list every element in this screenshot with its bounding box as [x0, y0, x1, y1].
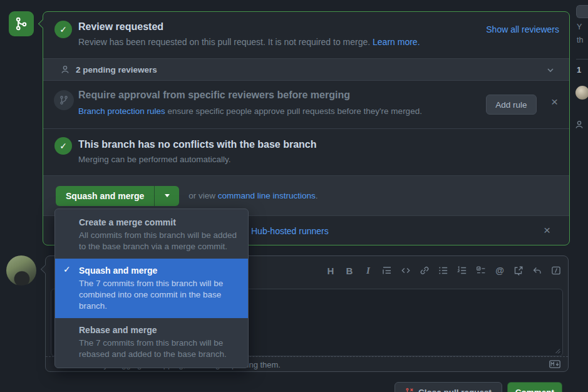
section-no-conflicts: ✓ This branch has no conflicts with the …	[43, 128, 569, 175]
dismiss-protection-icon[interactable]: ×	[551, 96, 558, 108]
unordered-list-icon[interactable]	[438, 261, 449, 280]
sidebar-avatar[interactable]	[575, 86, 588, 100]
git-merge-icon	[14, 17, 28, 31]
pull-request-page: ✓ Review requested Show all reviewers Re…	[0, 0, 588, 392]
pending-reviewers-row[interactable]: 2 pending reviewers	[43, 58, 569, 81]
comment-box-notch	[41, 265, 49, 274]
protection-desc-text: ensure specific people approve pull requ…	[165, 106, 422, 116]
markdown-toolbar: H B I @	[325, 261, 562, 280]
comment-button[interactable]: Comment	[507, 382, 562, 392]
reply-icon[interactable]	[532, 261, 543, 280]
markdown-supported-icon	[549, 360, 560, 368]
dropdown-item-title: Rebase and merge	[79, 324, 239, 336]
add-rule-button[interactable]: Add rule	[486, 95, 537, 115]
code-icon[interactable]	[400, 261, 411, 280]
caret-down-icon	[165, 194, 170, 197]
section-branch-protection: Require approval from specific reviewers…	[43, 81, 569, 128]
heading-icon[interactable]: H	[325, 261, 336, 280]
user-avatar	[6, 255, 36, 286]
sidebar-count-fragment: 1	[577, 65, 581, 75]
slash-command-icon[interactable]	[550, 261, 562, 280]
cross-reference-icon[interactable]	[513, 261, 524, 280]
squash-and-merge-button[interactable]: Squash and merge	[56, 186, 154, 206]
dropdown-item-desc: The 7 commits from this branch will be r…	[79, 338, 239, 360]
review-requested-desc: Review has been requested on this pull r…	[78, 37, 420, 47]
conflicts-check-icon: ✓	[54, 137, 72, 155]
or-view-text: or view command line instructions.	[188, 191, 317, 200]
resize-grip[interactable]	[554, 348, 560, 354]
close-pull-request-button[interactable]: Close pull request	[395, 382, 502, 392]
no-conflicts-title: This branch has no conflicts with the ba…	[78, 139, 317, 150]
review-check-icon: ✓	[54, 21, 72, 38]
or-view-period: .	[316, 191, 318, 200]
or-view-prefix: or view	[188, 191, 218, 200]
dropdown-item-create-merge-commit[interactable]: Create a merge commit All commits from t…	[55, 210, 248, 259]
git-branch-icon	[59, 95, 69, 105]
dropdown-item-rebase-and-merge[interactable]: Rebase and merge The 7 commits from this…	[55, 318, 248, 366]
italic-icon[interactable]: I	[363, 261, 374, 280]
merge-options-caret-button[interactable]	[154, 186, 179, 206]
ordered-list-icon[interactable]	[456, 261, 468, 280]
git-merge-timeline-icon	[9, 11, 34, 36]
merge-options-dropdown: Create a merge commit All commits from t…	[54, 209, 249, 368]
hosted-runners-link[interactable]: Hub-hosted runners	[251, 226, 329, 236]
review-requested-title: Review requested	[78, 21, 163, 33]
dropdown-item-desc: All commits from this branch will be add…	[79, 230, 239, 252]
review-desc-text: Review has been requested on this pull r…	[78, 37, 373, 47]
protection-title: Require approval from specific reviewers…	[78, 90, 350, 101]
dismiss-banner-icon[interactable]: ×	[544, 224, 550, 236]
comment-label: Comment	[515, 388, 554, 392]
branch-protection-rules-link[interactable]: Branch protection rules	[78, 106, 165, 116]
close-pr-label: Close pull request	[418, 388, 492, 392]
sidebar-text-fragment: Y	[577, 23, 582, 31]
person-icon	[60, 64, 70, 75]
bold-icon[interactable]: B	[344, 261, 355, 280]
check-icon: ✓	[63, 264, 71, 274]
dropdown-item-title: Squash and merge	[79, 264, 239, 277]
quote-icon[interactable]	[381, 261, 393, 280]
sidebar-partial-icon	[574, 120, 584, 130]
dropdown-item-title: Create a merge commit	[79, 216, 239, 229]
mention-icon[interactable]: @	[494, 261, 505, 280]
pr-closed-icon	[405, 388, 414, 392]
dropdown-item-desc: The 7 commits from this branch will be c…	[79, 278, 239, 312]
protection-desc: Branch protection rules ensure specific …	[78, 106, 422, 116]
pending-reviewers-label: 2 pending reviewers	[76, 65, 157, 75]
git-branch-circle-icon	[54, 90, 74, 110]
learn-more-link[interactable]: Learn more.	[373, 37, 420, 47]
link-icon[interactable]	[419, 261, 430, 280]
tasklist-icon[interactable]	[475, 261, 487, 280]
section-review-requested: ✓ Review requested Show all reviewers Re…	[43, 12, 569, 58]
show-all-reviewers-link[interactable]: Show all reviewers	[486, 24, 559, 34]
sidebar-button-fragment[interactable]	[576, 5, 588, 18]
no-conflicts-desc: Merging can be performed automatically.	[78, 155, 231, 164]
sidebar-text-fragment: th	[577, 36, 583, 44]
sidebar-divider	[576, 59, 588, 59]
squash-merge-button-group: Squash and merge	[56, 186, 179, 206]
dropdown-item-squash-and-merge[interactable]: ✓ Squash and merge The 7 commits from th…	[55, 259, 248, 318]
chevron-down-icon[interactable]	[545, 65, 555, 75]
command-line-instructions-link[interactable]: command line instructions	[218, 191, 316, 200]
